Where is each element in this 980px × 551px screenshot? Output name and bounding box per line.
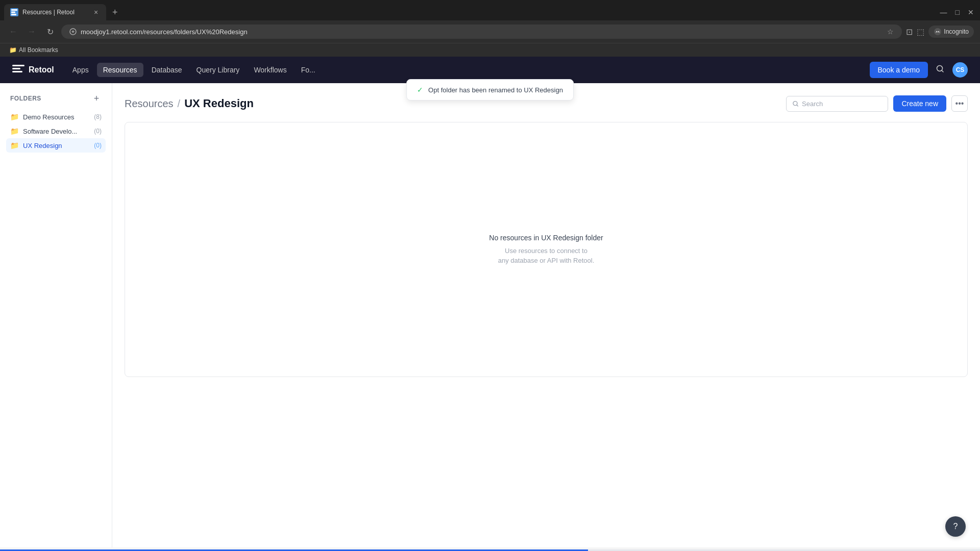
nav-item-resources[interactable]: Resources: [97, 63, 143, 77]
tab-bar: Resources | Retool × + — □ ✕: [0, 0, 980, 20]
sidebar-section-title: Folders: [10, 95, 41, 102]
lock-icon: [69, 28, 77, 35]
incognito-icon: [934, 28, 942, 36]
search-icon-nav[interactable]: [934, 63, 946, 77]
folder-name: UX Redesign: [23, 142, 90, 149]
incognito-badge[interactable]: Incognito: [928, 26, 974, 38]
url-text: moodjoy1.retool.com/resources/folders/UX…: [81, 28, 883, 36]
svg-point-6: [938, 31, 939, 32]
minimize-button[interactable]: —: [938, 6, 949, 18]
book-demo-button[interactable]: Book a demo: [870, 62, 928, 78]
search-icon: [793, 101, 799, 107]
tab-close-button[interactable]: ×: [92, 8, 100, 16]
empty-state-title: No resources in UX Redesign folder: [489, 234, 603, 242]
more-icon: •••: [955, 99, 964, 108]
profile-icon[interactable]: ⊡: [906, 27, 913, 37]
forward-button[interactable]: →: [24, 24, 39, 39]
reload-button[interactable]: ↻: [43, 24, 57, 39]
bookmarks-label: All Bookmarks: [19, 46, 58, 54]
extension-icon[interactable]: ⬚: [917, 27, 924, 37]
browser-nav-right: ⊡ ⬚ Incognito: [906, 26, 974, 38]
logo-icon: [12, 65, 24, 75]
nav-item-database[interactable]: Database: [145, 63, 188, 77]
toast-message: Opt folder has been renamed to UX Redesi…: [428, 86, 563, 94]
breadcrumb-parent-link[interactable]: Resources: [125, 98, 174, 110]
retool-logo[interactable]: Retool: [12, 65, 54, 75]
folder-icon: 📁: [10, 141, 19, 149]
svg-rect-1: [11, 12, 15, 13]
url-bar[interactable]: moodjoy1.retool.com/resources/folders/UX…: [61, 24, 902, 39]
empty-state-subtitle: Use resources to connect to any database…: [498, 246, 595, 266]
add-folder-button[interactable]: +: [91, 93, 102, 104]
breadcrumb: Resources / UX Redesign: [125, 97, 254, 110]
help-icon: ?: [953, 522, 958, 531]
incognito-label: Incognito: [944, 28, 969, 35]
active-tab[interactable]: Resources | Retool ×: [4, 4, 106, 20]
folder-item-software-develo[interactable]: 📁 Software Develo... (0): [6, 124, 106, 138]
bookmark-folder-icon: 📁: [9, 46, 17, 54]
nav-item-fo[interactable]: Fo...: [295, 63, 322, 77]
new-tab-button[interactable]: +: [108, 5, 122, 20]
back-button[interactable]: ←: [6, 24, 20, 39]
bookmarks-bar: 📁 All Bookmarks: [0, 43, 980, 57]
folder-item-ux-redesign[interactable]: 📁 UX Redesign (0): [6, 138, 106, 153]
sidebar: Folders + 📁 Demo Resources (8) 📁 Softwar…: [0, 83, 112, 547]
nav-item-query-library[interactable]: Query Library: [190, 63, 246, 77]
logo-text: Retool: [29, 65, 54, 74]
toast-check-icon: ✓: [417, 86, 423, 94]
sidebar-section-header: Folders +: [6, 91, 106, 106]
folder-count: (0): [94, 128, 102, 135]
close-window-button[interactable]: ✕: [966, 6, 976, 18]
folder-count: (8): [94, 113, 102, 120]
folder-count: (0): [94, 142, 102, 149]
nav-bar: ← → ↻ moodjoy1.retool.com/resources/fold…: [0, 20, 980, 43]
tab-title: Resources | Retool: [22, 9, 88, 16]
nav-item-workflows[interactable]: Workflows: [248, 63, 292, 77]
svg-point-5: [936, 31, 937, 32]
empty-subtitle-line2: any database or API with Retool.: [498, 257, 595, 264]
resources-card: No resources in UX Redesign folder Use r…: [125, 122, 968, 377]
search-input[interactable]: [802, 100, 881, 108]
breadcrumb-current: UX Redesign: [184, 97, 254, 110]
more-options-button[interactable]: •••: [951, 95, 968, 112]
create-new-button[interactable]: Create new: [893, 95, 946, 112]
svg-rect-0: [11, 9, 17, 11]
folder-name: Demo Resources: [23, 113, 90, 121]
folder-name: Software Develo...: [23, 128, 90, 135]
nav-right-items: Book a demo CS: [870, 62, 968, 78]
help-button[interactable]: ?: [945, 516, 966, 537]
svg-rect-2: [11, 14, 16, 15]
folder-icon: 📁: [10, 113, 19, 121]
folder-item-demo-resources[interactable]: 📁 Demo Resources (8): [6, 110, 106, 124]
all-bookmarks-item[interactable]: 📁 All Bookmarks: [6, 45, 61, 55]
content-area: Folders + 📁 Demo Resources (8) 📁 Softwar…: [0, 83, 980, 547]
maximize-button[interactable]: □: [953, 6, 962, 18]
empty-subtitle-line1: Use resources to connect to: [505, 247, 587, 255]
tab-favicon: [10, 8, 18, 16]
nav-item-apps[interactable]: Apps: [66, 63, 95, 77]
header-actions: Create new •••: [786, 95, 968, 112]
folder-icon: 📁: [10, 127, 19, 135]
user-avatar[interactable]: CS: [952, 62, 968, 78]
nav-items: Apps Resources Database Query Library Wo…: [66, 63, 870, 77]
breadcrumb-separator: /: [178, 98, 181, 110]
main-content: Resources / UX Redesign Create new •••: [112, 83, 980, 547]
search-box[interactable]: [786, 96, 888, 112]
toast-notification: ✓ Opt folder has been renamed to UX Rede…: [406, 79, 574, 101]
bookmark-icon[interactable]: ☆: [887, 28, 894, 36]
